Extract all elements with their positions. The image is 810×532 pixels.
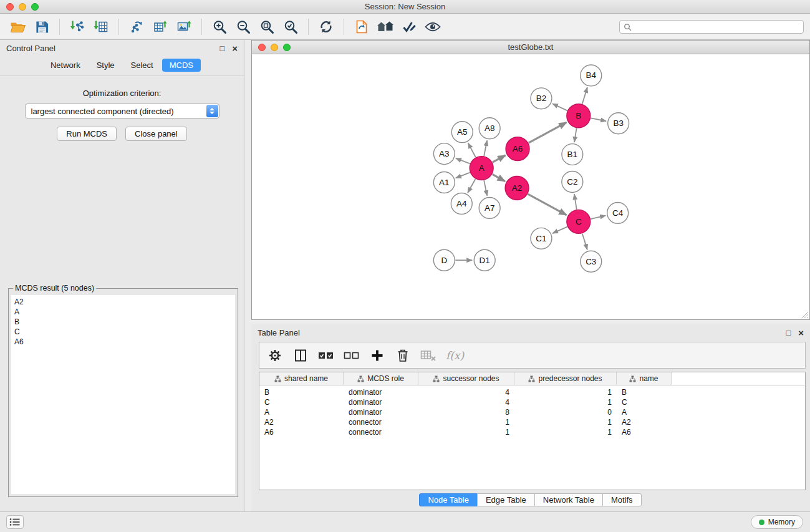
home-button[interactable] xyxy=(374,17,397,37)
node-B2[interactable]: B2 xyxy=(531,88,552,109)
table-cell[interactable]: B xyxy=(617,387,672,397)
close-window-button[interactable] xyxy=(6,3,14,11)
table-cell[interactable]: connector xyxy=(344,427,418,437)
network-graph[interactable]: B4B2BB3A8A5A6A3B1AC2A1A2A4A7C4CC1DD1C3 xyxy=(252,54,809,319)
table-cell[interactable]: A2 xyxy=(617,417,672,427)
zoom-out-button[interactable] xyxy=(231,17,255,37)
minimize-view-button[interactable] xyxy=(271,44,278,51)
export-image-button[interactable] xyxy=(172,17,196,37)
close-panel-icon[interactable]: × xyxy=(798,328,804,337)
table-cell[interactable]: connector xyxy=(344,417,418,427)
mcds-result-list[interactable]: A2ABCA6 xyxy=(11,295,235,494)
minimize-window-button[interactable] xyxy=(19,3,26,11)
node-C[interactable]: C xyxy=(567,210,591,233)
edge-A-A3[interactable] xyxy=(456,158,470,164)
maximize-window-button[interactable] xyxy=(31,3,39,11)
edge-A-A6[interactable] xyxy=(493,155,506,162)
node-A3[interactable]: A3 xyxy=(433,143,455,165)
edge-A-A4[interactable] xyxy=(468,179,475,193)
table-cell[interactable]: A xyxy=(617,407,672,417)
delete-table-button[interactable] xyxy=(420,347,436,364)
tab-network[interactable]: Network xyxy=(43,59,88,72)
run-mcds-button[interactable]: Run MCDS xyxy=(57,127,117,141)
edge-A-A8[interactable] xyxy=(484,140,487,156)
zoom-selected-button[interactable] xyxy=(279,17,302,37)
result-item[interactable]: A6 xyxy=(14,337,232,347)
table-cell[interactable]: A2 xyxy=(259,417,344,427)
result-item[interactable]: C xyxy=(14,327,232,337)
node-D[interactable]: D xyxy=(433,249,455,271)
network-canvas[interactable]: B4B2BB3A8A5A6A3B1AC2A1A2A4A7C4CC1DD1C3 xyxy=(252,54,809,319)
search-input[interactable] xyxy=(635,22,799,31)
edge-B-B4[interactable] xyxy=(582,87,587,104)
node-A[interactable]: A xyxy=(470,157,493,180)
export-network-button[interactable] xyxy=(125,17,148,37)
apply-layout-button[interactable] xyxy=(314,17,338,37)
table-cell[interactable]: 1 xyxy=(514,387,617,397)
table-cell[interactable]: 1 xyxy=(514,427,617,437)
tab-mcds[interactable]: MCDS xyxy=(162,59,201,72)
table-cell[interactable]: dominator xyxy=(344,407,418,417)
table-cell[interactable]: C xyxy=(259,397,344,407)
table-cell[interactable]: 1 xyxy=(514,417,617,427)
table-row[interactable]: Bdominator41B xyxy=(259,387,805,397)
edge-B-B1[interactable] xyxy=(574,128,577,142)
maximize-view-button[interactable] xyxy=(283,44,291,51)
apply-style-button[interactable] xyxy=(397,17,421,37)
edge-C-C2[interactable] xyxy=(574,194,577,209)
edge-A2-C[interactable] xyxy=(528,194,567,215)
node-A7[interactable]: A7 xyxy=(479,197,500,218)
edge-A-A1[interactable] xyxy=(456,173,470,178)
node-C4[interactable]: C4 xyxy=(607,202,629,223)
column-header-predecessor-nodes[interactable]: predecessor nodes xyxy=(514,372,617,385)
tab-network-table[interactable]: Network Table xyxy=(534,493,603,506)
table-cell[interactable]: A6 xyxy=(617,427,672,437)
table-cell[interactable]: 4 xyxy=(418,397,514,407)
column-header-successor-nodes[interactable]: successor nodes xyxy=(418,372,514,385)
first-neighbors-button[interactable] xyxy=(350,17,374,37)
table-row[interactable]: Cdominator41C xyxy=(259,397,805,407)
table-row[interactable]: Adominator80A xyxy=(259,407,805,417)
close-panel-icon[interactable]: × xyxy=(232,44,238,53)
open-session-button[interactable] xyxy=(6,17,30,37)
tab-motifs[interactable]: Motifs xyxy=(602,493,642,506)
table-cell[interactable]: 1 xyxy=(514,397,617,407)
table-cell[interactable]: C xyxy=(617,397,672,407)
function-builder-button[interactable]: f(x) xyxy=(446,347,464,364)
node-A5[interactable]: A5 xyxy=(451,122,473,143)
select-all-button[interactable] xyxy=(318,347,334,364)
network-window-titlebar[interactable]: testGlobe.txt xyxy=(252,41,809,54)
table-cell[interactable]: dominator xyxy=(344,387,418,397)
column-header-name[interactable]: name xyxy=(617,372,672,385)
node-D1[interactable]: D1 xyxy=(474,249,495,271)
node-B4[interactable]: B4 xyxy=(581,65,602,86)
table-cell[interactable]: dominator xyxy=(344,397,418,407)
node-B[interactable]: B xyxy=(567,104,591,128)
table-cell[interactable]: 0 xyxy=(514,407,617,417)
table-cell[interactable]: 8 xyxy=(418,407,514,417)
close-panel-button[interactable]: Close panel xyxy=(125,127,187,141)
tab-style[interactable]: Style xyxy=(89,59,122,72)
edge-A-A2[interactable] xyxy=(493,174,505,181)
edge-A-A5[interactable] xyxy=(468,143,476,157)
table-cell[interactable]: 1 xyxy=(418,417,514,427)
edge-B-B2[interactable] xyxy=(552,104,567,110)
node-B1[interactable]: B1 xyxy=(562,144,583,165)
close-view-button[interactable] xyxy=(258,44,266,51)
import-table-button[interactable] xyxy=(89,17,113,37)
show-columns-button[interactable] xyxy=(292,347,309,364)
edge-B-B3[interactable] xyxy=(591,118,606,121)
node-A2[interactable]: A2 xyxy=(505,177,529,200)
table-cell[interactable]: 4 xyxy=(418,387,514,397)
node-C2[interactable]: C2 xyxy=(562,172,583,193)
resize-grip-icon[interactable] xyxy=(801,311,809,319)
node-A8[interactable]: A8 xyxy=(479,118,500,139)
table-cell[interactable]: 1 xyxy=(418,427,514,437)
zoom-fit-button[interactable] xyxy=(255,17,279,37)
node-C1[interactable]: C1 xyxy=(531,228,552,249)
node-A1[interactable]: A1 xyxy=(433,172,455,193)
deselect-all-button[interactable] xyxy=(344,347,360,364)
column-header-shared-name[interactable]: shared name xyxy=(259,372,344,385)
node-A4[interactable]: A4 xyxy=(451,193,472,214)
add-column-button[interactable] xyxy=(369,347,385,364)
